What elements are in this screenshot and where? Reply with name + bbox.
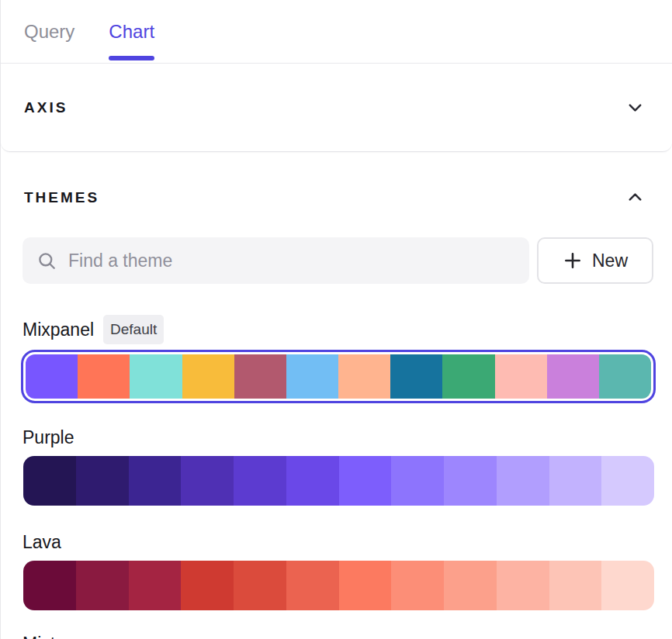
color-swatch [549,456,602,506]
axis-section-title: AXIS [24,99,68,116]
color-swatch [495,354,547,399]
color-swatch [391,561,444,610]
tabbar: Query Chart [1,0,672,64]
color-swatch [129,561,182,610]
color-swatch [549,561,602,610]
color-swatch [601,561,654,610]
color-swatch [390,354,442,399]
themes-section: THEMES New Mixpanel Defa [1,157,672,639]
color-swatch [76,456,129,506]
color-swatch [129,456,182,506]
color-swatch [76,561,129,610]
theme-search-row: New [1,237,672,284]
theme-search-box[interactable] [23,237,529,284]
color-swatch [339,456,392,506]
color-swatch [601,456,654,506]
color-swatch [23,561,76,610]
chevron-down-icon[interactable] [626,98,644,116]
theme-swatch-selected-ring [21,350,656,403]
color-swatch [444,561,497,610]
theme-swatches-lava[interactable] [23,561,654,610]
color-swatch [181,456,234,506]
new-theme-button[interactable]: New [537,237,653,284]
color-swatch [286,456,339,506]
search-icon [36,250,57,271]
theme-label-row-lava: Lava [1,530,672,554]
color-swatch [130,354,182,399]
color-swatch [444,456,497,506]
color-swatch [339,561,392,610]
theme-label-row-mist: Mist [1,631,672,639]
themes-section-header[interactable]: THEMES [1,157,672,206]
chevron-up-icon[interactable] [626,188,644,206]
tab-query-label: Query [24,21,74,43]
theme-search-input[interactable] [68,250,515,271]
color-swatch [599,354,651,399]
color-swatch [338,354,390,399]
color-swatch [286,354,338,399]
color-swatch [78,354,130,399]
new-theme-button-label: New [592,250,628,271]
theme-name-lava: Lava [23,530,61,554]
color-swatch [182,354,234,399]
theme-name-mist: Mist [23,631,55,639]
color-swatch [234,456,286,506]
tab-chart-label: Chart [109,21,154,43]
theme-swatches-mixpanel[interactable] [26,354,651,399]
color-swatch [497,561,549,610]
color-swatch [234,561,286,610]
color-swatch [391,456,444,506]
theme-name-mixpanel: Mixpanel [23,317,94,342]
color-swatch [442,354,494,399]
tab-chart[interactable]: Chart [109,0,154,63]
color-swatch [497,456,549,506]
theme-label-row-mixpanel: Mixpanel Default [1,315,672,344]
theme-swatches-purple[interactable] [23,456,654,506]
color-swatch [234,354,286,399]
default-badge: Default [103,315,164,344]
tab-active-underline [109,56,154,60]
color-swatch [286,561,339,610]
chart-settings-panel: Query Chart AXIS THEMES [0,0,672,639]
color-swatch [23,456,76,506]
tab-query[interactable]: Query [24,0,74,63]
theme-label-row-purple: Purple [1,425,672,450]
plus-icon [563,250,583,271]
themes-section-title: THEMES [24,189,99,206]
color-swatch [181,561,234,610]
axis-section-header[interactable]: AXIS [1,64,672,152]
color-swatch [547,354,599,399]
color-swatch [26,354,78,399]
theme-name-purple: Purple [23,425,74,450]
